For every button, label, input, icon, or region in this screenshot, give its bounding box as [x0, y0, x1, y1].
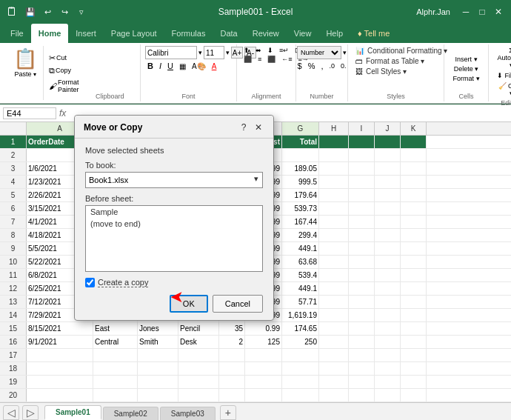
red-arrow-indicator: ➤ — [170, 287, 184, 307]
create-copy-label[interactable]: Create a copy — [98, 278, 148, 287]
create-copy-row: Create a copy — [85, 278, 263, 287]
create-copy-checkbox[interactable] — [85, 278, 95, 287]
before-sheet-label: Before sheet: — [85, 194, 263, 203]
before-sheet-listbox[interactable]: Sample (move to end) — [85, 205, 263, 272]
listbox-item-sample[interactable]: Sample — [86, 206, 262, 218]
dialog-close-btn[interactable]: ✕ — [253, 121, 264, 133]
dialog-title-bar: Move or Copy ? ✕ — [75, 116, 273, 139]
dialog-title: Move or Copy — [84, 122, 142, 133]
to-book-label: To book: — [85, 161, 263, 170]
dialog-help-btn[interactable]: ? — [238, 121, 250, 133]
dialog-subtitle: Move selected sheets — [85, 146, 263, 155]
listbox-item-move-to-end[interactable]: (move to end) — [86, 218, 262, 230]
dialog-title-btns: ? ✕ — [238, 121, 264, 133]
cancel-button[interactable]: Cancel — [213, 295, 263, 313]
to-book-select[interactable]: Book1.xlsx — [85, 172, 263, 188]
to-book-select-wrap: Book1.xlsx — [85, 172, 263, 188]
modal-overlay: Move or Copy ? ✕ Move selected sheets To… — [0, 0, 511, 420]
